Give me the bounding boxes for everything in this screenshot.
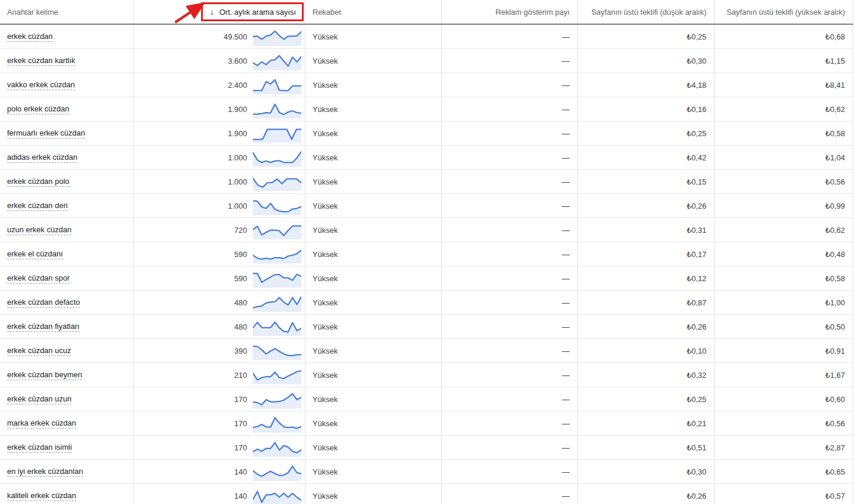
keyword-link[interactable]: erkek cüzdan spor: [7, 274, 70, 284]
top-bid-low-value: ₺0,25: [686, 395, 706, 404]
keyword-link[interactable]: marka erkek cüzdan: [7, 419, 76, 429]
ad-impression-share-cell: —: [442, 73, 578, 97]
top-bid-low-value: ₺0,16: [686, 105, 706, 114]
keyword-link[interactable]: kaliteli erkek cüzdan: [7, 491, 76, 501]
top-bid-high-cell: ₺0,56: [715, 411, 853, 435]
keyword-link[interactable]: adidas erkek cüzdan: [7, 153, 77, 163]
keyword-link[interactable]: uzun erkek cüzdan: [7, 225, 71, 235]
column-header-keyword[interactable]: Anahtar kelime: [0, 0, 134, 24]
top-bid-low-cell: ₺0,30: [578, 460, 715, 483]
competition-cell: Yüksek: [305, 218, 442, 242]
top-bid-high-value: ₺8,41: [825, 81, 845, 90]
competition-value: Yüksek: [313, 467, 338, 476]
keyword-link[interactable]: erkek cüzdan: [7, 32, 52, 42]
column-header-ad-impression-share[interactable]: Reklam gösterim payı: [442, 0, 578, 24]
ad-impression-share-value: —: [562, 322, 570, 331]
keyword-link[interactable]: polo erkek cüzdan: [7, 104, 70, 114]
avg-monthly-searches-cell: 1.000: [134, 194, 305, 218]
avg-monthly-searches-value: 170: [234, 443, 247, 452]
top-bid-high-cell: ₺0,48: [715, 242, 853, 266]
trend-sparkline-chart: [253, 148, 301, 167]
ad-impression-share-value: —: [562, 153, 570, 162]
ad-impression-share-cell: —: [442, 194, 578, 218]
competition-value: Yüksek: [313, 395, 338, 404]
keyword-link[interactable]: erkek el cüzdanı: [7, 249, 63, 259]
ad-impression-share-value: —: [562, 177, 570, 186]
keyword-link[interactable]: fermuarlı erkek cüzdan: [7, 129, 85, 139]
ad-impression-share-cell: —: [442, 291, 578, 314]
top-bid-low-cell: ₺0,21: [578, 411, 715, 435]
competition-cell: Yüksek: [305, 484, 442, 504]
trend-sparkline-chart: [253, 462, 301, 481]
keyword-link[interactable]: erkek cüzdan defacto: [7, 298, 80, 308]
avg-monthly-searches-value: 140: [234, 492, 247, 500]
top-bid-low-value: ₺0,15: [686, 177, 706, 186]
trend-sparkline-chart: [253, 390, 301, 409]
keyword-link[interactable]: erkek cüzdan uzun: [7, 394, 71, 404]
column-header-top-bid-low[interactable]: Sayfanın üstü teklifi (düşük aralık): [578, 0, 715, 24]
top-bid-high-cell: ₺8,41: [715, 73, 853, 97]
keyword-cell: erkek cüzdan isimli: [0, 436, 134, 459]
competition-value: Yüksek: [313, 371, 338, 380]
competition-value: Yüksek: [313, 81, 338, 90]
avg-monthly-searches-value: 1.900: [228, 129, 247, 138]
ad-impression-share-cell: —: [442, 266, 578, 290]
sort-descending-icon: ↓: [210, 7, 214, 17]
keyword-link[interactable]: vakko erkek cüzdan: [7, 80, 75, 90]
keyword-link[interactable]: erkek cüzdan kartlık: [7, 56, 75, 66]
keyword-link[interactable]: erkek cüzdan fiyatları: [7, 322, 80, 332]
ad-impression-share-cell: —: [442, 97, 578, 121]
keyword-link[interactable]: en iyi erkek cüzdanları: [7, 467, 83, 477]
table-row: erkek cüzdan spor 590 Yüksek — ₺0,12 ₺0,…: [0, 266, 853, 291]
top-bid-low-value: ₺0,10: [686, 347, 706, 355]
competition-value: Yüksek: [313, 105, 338, 114]
keyword-link[interactable]: erkek cüzdan polo: [7, 177, 70, 187]
top-bid-low-cell: ₺0,25: [578, 387, 715, 411]
top-bid-high-cell: ₺0,50: [715, 315, 853, 338]
ad-impression-share-value: —: [562, 467, 570, 476]
competition-cell: Yüksek: [305, 25, 442, 48]
avg-monthly-searches-value: 590: [234, 250, 247, 259]
table-row: erkek cüzdan ucuz 390 Yüksek — ₺0,10 ₺0,…: [0, 339, 853, 363]
table-header-row: Anahtar kelime ↓ Ort. aylık arama sayısı…: [0, 0, 853, 25]
trend-sparkline-chart: [253, 438, 301, 457]
competition-value: Yüksek: [313, 322, 338, 331]
top-bid-low-value: ₺0,30: [686, 467, 706, 476]
column-header-label: Ort. aylık arama sayısı: [219, 8, 296, 17]
ad-impression-share-cell: —: [442, 460, 578, 483]
top-bid-high-value: ₺2,87: [825, 443, 845, 452]
column-header-competition[interactable]: Rekabet: [305, 0, 442, 24]
ad-impression-share-value: —: [562, 298, 570, 307]
top-bid-high-cell: ₺0,58: [715, 121, 853, 145]
keyword-cell: uzun erkek cüzdan: [0, 218, 134, 242]
top-bid-high-value: ₺0,58: [825, 129, 845, 138]
keyword-link[interactable]: erkek cüzdan deri: [7, 201, 68, 211]
trend-sparkline-chart: [253, 245, 301, 263]
avg-monthly-searches-cell: 49.500: [134, 25, 305, 48]
top-bid-low-value: ₺0,87: [686, 298, 706, 307]
column-header-top-bid-high[interactable]: Sayfanın üstü teklifi (yüksek aralık): [715, 0, 853, 24]
column-header-avg-monthly-searches[interactable]: ↓ Ort. aylık arama sayısı: [134, 0, 305, 24]
top-bid-high-cell: ₺0,56: [715, 170, 853, 193]
top-bid-high-cell: ₺1,04: [715, 146, 853, 169]
trend-sparkline-chart: [253, 365, 301, 384]
top-bid-high-value: ₺0,50: [825, 322, 845, 331]
avg-monthly-searches-cell: 2.400: [134, 73, 305, 97]
top-bid-low-value: ₺0,32: [686, 371, 706, 380]
competition-value: Yüksek: [313, 32, 338, 41]
top-bid-low-cell: ₺0,31: [578, 218, 715, 242]
keyword-link[interactable]: erkek cüzdan isimli: [7, 443, 72, 453]
ad-impression-share-cell: —: [442, 411, 578, 435]
keyword-cell: erkek cüzdan deri: [0, 194, 134, 218]
competition-cell: Yüksek: [305, 291, 442, 314]
keyword-link[interactable]: erkek cüzdan ucuz: [7, 346, 71, 356]
avg-monthly-searches-value: 720: [234, 226, 247, 235]
top-bid-low-cell: ₺0,25: [578, 121, 715, 145]
keyword-link[interactable]: erkek cüzdan beymen: [7, 370, 82, 380]
ad-impression-share-value: —: [562, 57, 570, 65]
ad-impression-share-cell: —: [442, 146, 578, 169]
avg-monthly-searches-cell: 140: [134, 484, 305, 504]
trend-sparkline-chart: [253, 341, 301, 360]
table-row: en iyi erkek cüzdanları 140 Yüksek — ₺0,…: [0, 460, 853, 484]
top-bid-low-cell: ₺0,26: [578, 315, 715, 338]
